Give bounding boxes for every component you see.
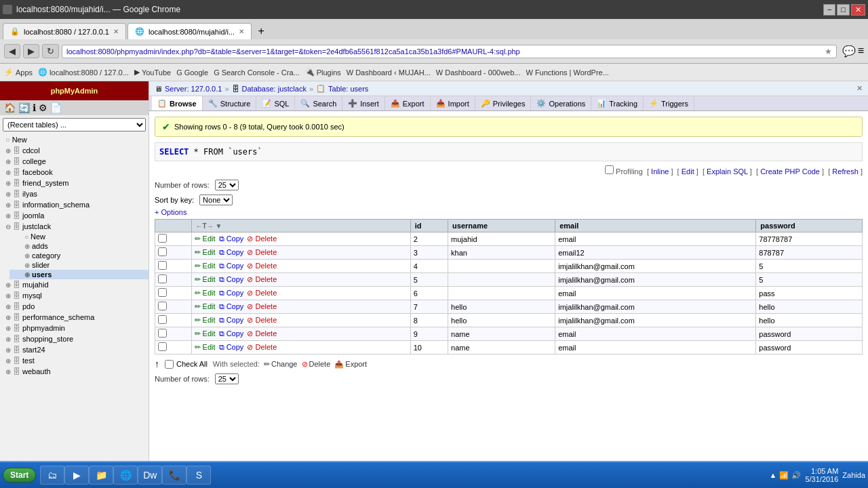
row-checkbox-2[interactable] <box>155 260 192 273</box>
tab-operations[interactable]: ⚙️ Operations <box>531 96 591 110</box>
edit-link-2[interactable]: ✏ Edit <box>195 262 216 270</box>
delete-link-6[interactable]: ⊘ Delete <box>247 316 277 324</box>
reload-button[interactable]: ↻ <box>42 44 59 58</box>
sort-select[interactable]: None <box>199 195 233 205</box>
tab-triggers[interactable]: ⚡ Triggers <box>644 96 694 110</box>
tab-import[interactable]: 📥 Import <box>431 96 475 110</box>
tree-item-phpmyadmin[interactable]: ⊕🗄 phpmyadmin <box>0 323 149 333</box>
tree-item-new[interactable]: ○ New <box>0 134 149 145</box>
tab-1[interactable]: 🔒 localhost:8080 / 127.0.0.1 ✕ <box>3 23 126 39</box>
settings-icon[interactable]: ⚙ <box>39 102 47 113</box>
row-checkbox-3[interactable] <box>155 273 192 287</box>
taskbar-explorer[interactable]: 🗂 <box>40 466 64 485</box>
delete-link-5[interactable]: ⊘ Delete <box>247 302 277 310</box>
header-close-button[interactable]: ✕ <box>856 84 863 93</box>
tree-item-mysql[interactable]: ⊕🗄 mysql <box>0 290 149 301</box>
edit-link[interactable]: Edit <box>682 167 694 176</box>
close-button[interactable]: ✕ <box>851 4 865 16</box>
minimize-button[interactable]: − <box>823 4 835 16</box>
tab-2[interactable]: 🌐 localhost:8080/mujahid/i... ✕ <box>127 23 252 39</box>
edit-link-7[interactable]: ✏ Edit <box>195 329 216 338</box>
bookmark-dashboard-000web[interactable]: WDashboard - 000web... <box>436 68 521 77</box>
bookmark-dashboard-mujah[interactable]: WDashboard ‹ MUJAH... <box>347 68 431 77</box>
edit-link-1[interactable]: ✏ Edit <box>195 248 216 256</box>
copy-link-5[interactable]: ⧉ Copy <box>219 302 244 310</box>
tree-item-justclack[interactable]: ⊖🗄 justclack <box>0 221 149 232</box>
tab-2-close[interactable]: ✕ <box>239 28 244 35</box>
tree-table-adds[interactable]: ⊕ adds <box>9 241 149 251</box>
tree-item-college[interactable]: ⊕🗄 college <box>0 156 149 167</box>
col-username[interactable]: username <box>448 220 555 232</box>
address-bar[interactable]: localhost:8080/phpmyadmin/index.php?db=&… <box>62 45 837 58</box>
export-action[interactable]: 📤 Export <box>334 360 367 369</box>
bookmark-localhost[interactable]: 🌐localhost:8080 / 127.0... <box>38 68 129 77</box>
col-password[interactable]: password <box>756 220 863 232</box>
menu-button[interactable]: ≡ <box>858 45 864 58</box>
db-selector-dropdown[interactable]: (Recent tables) ... <box>3 118 146 131</box>
options-link[interactable]: + Options <box>155 208 863 216</box>
row-checkbox-5[interactable] <box>155 300 192 314</box>
col-arrows[interactable]: ←T→ ▼ <box>191 220 410 232</box>
tree-item-shopping-store[interactable]: ⊕🗄 shopping_store <box>0 333 149 344</box>
tree-item-performance-schema[interactable]: ⊕🗄 performance_schema <box>0 312 149 323</box>
taskbar-dreamweaver[interactable]: Dw <box>138 466 162 485</box>
row-checkbox-4[interactable] <box>155 287 192 300</box>
copy-link-6[interactable]: ⧉ Copy <box>219 316 244 324</box>
bookmark-plugins[interactable]: 🔌Plugins <box>305 68 341 77</box>
bookmark-apps[interactable]: ⚡Apps <box>4 68 33 77</box>
row-checkbox-7[interactable] <box>155 327 192 341</box>
tab-privileges[interactable]: 🔑 Privileges <box>475 96 532 110</box>
forward-button[interactable]: ▶ <box>23 44 39 58</box>
tab-structure[interactable]: 🔧 Structure <box>203 96 257 110</box>
tab-insert[interactable]: ➕ Insert <box>342 96 385 110</box>
home-icon[interactable]: 🏠 <box>4 102 16 113</box>
copy-link-0[interactable]: ⧉ Copy <box>219 235 244 243</box>
tab-1-close[interactable]: ✕ <box>113 28 119 35</box>
tray-network[interactable]: 📶 <box>779 471 789 480</box>
delete-link-4[interactable]: ⊘ Delete <box>247 289 277 297</box>
new-icon[interactable]: 📄 <box>50 102 62 113</box>
tray-arrow[interactable]: ▲ <box>770 471 777 479</box>
tab-search[interactable]: 🔍 Search <box>295 96 342 110</box>
copy-link-2[interactable]: ⧉ Copy <box>219 262 244 270</box>
delete-link-0[interactable]: ⊘ Delete <box>247 235 277 243</box>
taskbar-chrome[interactable]: 🌐 <box>113 466 138 485</box>
bookmark-google[interactable]: GGoogle <box>176 68 208 77</box>
breadcrumb-table[interactable]: Table: users <box>328 85 368 93</box>
inline-link[interactable]: Inline <box>651 167 669 176</box>
tree-table-users[interactable]: ⊕ users <box>9 270 149 279</box>
tree-item-test[interactable]: ⊕🗄 test <box>0 355 149 366</box>
info-icon[interactable]: ℹ <box>33 102 36 113</box>
tree-table-category[interactable]: ⊕ category <box>9 251 149 260</box>
bookmark-functions[interactable]: WFunctions | WordPre... <box>526 68 608 77</box>
delete-link-7[interactable]: ⊘ Delete <box>247 329 277 338</box>
tray-volume[interactable]: 🔊 <box>791 471 801 480</box>
tree-item-facebook[interactable]: ⊕🗄 facebook <box>0 167 149 178</box>
maximize-button[interactable]: □ <box>837 4 850 16</box>
taskbar-viber[interactable]: 📞 <box>162 466 186 485</box>
row-checkbox-1[interactable] <box>155 246 192 260</box>
tab-export[interactable]: 📤 Export <box>385 96 431 110</box>
breadcrumb-server[interactable]: Server: 127.0.0.1 <box>165 85 222 93</box>
bookmark-youtube[interactable]: ▶YouTube <box>134 68 171 77</box>
tree-item-friend-system[interactable]: ⊕🗄 friend_system <box>0 178 149 188</box>
tree-item-mujahid[interactable]: ⊕🗄 mujahid <box>0 279 149 290</box>
taskbar-skype[interactable]: S <box>186 466 211 485</box>
delete-link-8[interactable]: ⊘ Delete <box>247 343 277 351</box>
tree-item-webauth[interactable]: ⊕🗄 webauth <box>0 366 149 377</box>
tree-table-slider[interactable]: ⊕ slider <box>9 260 149 270</box>
tree-item-pdo[interactable]: ⊕🗄 pdo <box>0 301 149 312</box>
back-button[interactable]: ◀ <box>4 44 20 58</box>
sort-arrows[interactable]: ←T→ ▼ <box>196 222 222 230</box>
delete-link-2[interactable]: ⊘ Delete <box>247 262 277 270</box>
refresh-icon[interactable]: 🔄 <box>18 102 30 113</box>
tree-item-information-schema[interactable]: ⊕🗄 information_schema <box>0 199 149 210</box>
edit-link-8[interactable]: ✏ Edit <box>195 343 216 351</box>
edit-link-0[interactable]: ✏ Edit <box>195 235 216 243</box>
tab-tracking[interactable]: 📊 Tracking <box>591 96 644 110</box>
tree-item-start24[interactable]: ⊕🗄 start24 <box>0 344 149 355</box>
taskbar-files[interactable]: 📁 <box>89 466 113 485</box>
copy-link-3[interactable]: ⧉ Copy <box>219 275 244 283</box>
change-action[interactable]: ✏ Change <box>264 360 298 369</box>
tab-sql[interactable]: 📝 SQL <box>256 96 295 110</box>
